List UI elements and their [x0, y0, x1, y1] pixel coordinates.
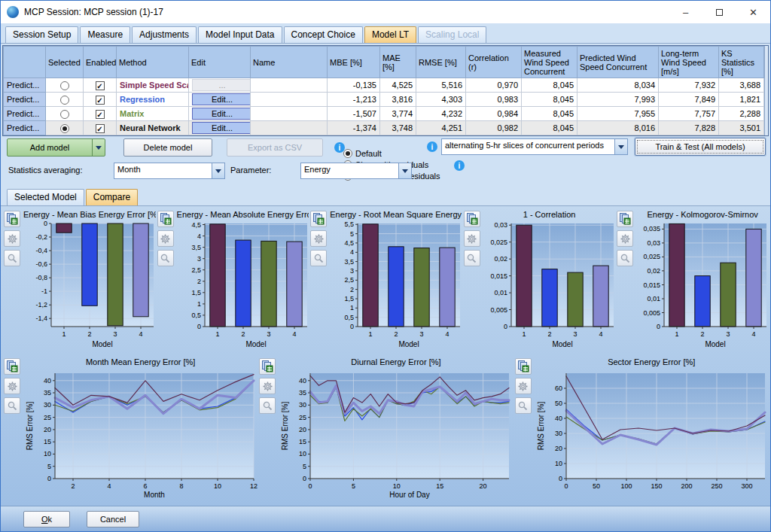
stats-averaging-label: Statistics averaging:: [8, 166, 82, 175]
svg-text:3,5: 3,5: [191, 244, 201, 251]
name-cell: [251, 121, 328, 135]
mbe-cell: -0,135: [328, 78, 380, 93]
export-chart-button[interactable]: [4, 211, 20, 227]
chart-zoom-button[interactable]: [515, 397, 532, 414]
chevron-down-icon: [398, 163, 411, 178]
chart-settings-button[interactable]: [464, 230, 480, 247]
magnifier-icon: [262, 400, 273, 412]
tab-model-input-data[interactable]: Model Input Data: [198, 26, 282, 43]
row-header-cell[interactable]: Predict...: [4, 93, 46, 107]
export-chart-button[interactable]: [259, 358, 276, 375]
tab-measure[interactable]: Measure: [80, 26, 130, 43]
minimize-button[interactable]: –: [669, 1, 702, 23]
chart-zoom-button[interactable]: [464, 250, 480, 266]
svg-text:5: 5: [350, 230, 354, 238]
enabled-checkbox[interactable]: [96, 124, 105, 133]
svg-text:Hour of Day: Hour of Day: [390, 491, 430, 499]
chart-settings-button[interactable]: [617, 230, 633, 247]
enabled-checkbox[interactable]: [96, 96, 105, 105]
chart-zoom-button[interactable]: [4, 397, 20, 414]
table-scrollbar[interactable]: [764, 46, 768, 135]
bar-chart: 00,0050,010,0150,020,0250,031234Model: [483, 220, 616, 349]
svg-text:4: 4: [107, 482, 111, 490]
chart-toolbar: [157, 209, 177, 355]
name-cell: [251, 93, 328, 107]
svg-text:60: 60: [555, 385, 562, 392]
chart-zoom-button[interactable]: [310, 250, 327, 266]
train-test-button[interactable]: Train & Test (All models): [635, 138, 766, 156]
model-select-radio[interactable]: [60, 124, 69, 133]
svg-text:10: 10: [44, 450, 51, 458]
svg-text:-1,4: -1,4: [35, 315, 47, 322]
ok-button[interactable]: Ok: [23, 511, 70, 527]
export-chart-button[interactable]: [4, 358, 20, 375]
svg-text:RMS Error [%]: RMS Error [%]: [26, 402, 34, 451]
edit-button[interactable]: Edit...: [192, 122, 251, 134]
chart-settings-button[interactable]: [4, 378, 20, 394]
method-cell: Regression: [117, 93, 189, 107]
tab-compare[interactable]: Compare: [86, 189, 138, 205]
chart-settings-button[interactable]: [259, 378, 276, 394]
col-selected: Selected: [46, 47, 84, 78]
close-button[interactable]: ✕: [736, 1, 770, 23]
parameter-dropdown[interactable]: Energy: [300, 163, 412, 179]
export-chart-button[interactable]: [464, 211, 480, 227]
chart-zoom-button[interactable]: [4, 250, 20, 266]
info-icon[interactable]: [454, 160, 465, 171]
tab-session-setup[interactable]: Session Setup: [5, 26, 78, 43]
export-chart-button[interactable]: [515, 358, 532, 375]
svg-text:-0,8: -0,8: [35, 274, 47, 281]
table-row: Predict... Regression Edit... -1,213 3,8…: [4, 93, 764, 107]
export-chart-button[interactable]: [617, 211, 633, 227]
col-method: Method: [117, 47, 189, 78]
chart-zoom-button[interactable]: [157, 250, 174, 266]
chart-zoom-button[interactable]: [617, 250, 633, 266]
svg-text:4: 4: [197, 233, 201, 240]
stats-averaging-dropdown[interactable]: Month: [114, 163, 225, 179]
chart-settings-button[interactable]: [515, 378, 532, 394]
maximize-button[interactable]: [702, 1, 736, 23]
export-chart-button[interactable]: [157, 211, 174, 227]
cancel-button[interactable]: Cancel: [87, 511, 139, 527]
col-rmse: RMSE [%]: [416, 47, 466, 78]
model-select-radio[interactable]: [60, 81, 69, 90]
delete-model-button[interactable]: Delete model: [123, 138, 212, 157]
chart-zoom-button[interactable]: [259, 397, 276, 414]
svg-text:200: 200: [681, 482, 692, 490]
rmse-cell: 4,232: [416, 107, 466, 121]
model-select-radio[interactable]: [60, 110, 69, 119]
longterm-ws-cell: 7,849: [659, 93, 719, 107]
model-select-radio[interactable]: [60, 96, 69, 105]
add-model-dropdown-arrow[interactable]: [92, 139, 105, 156]
enabled-checkbox[interactable]: [96, 81, 105, 90]
edit-button[interactable]: Edit...: [192, 93, 251, 105]
edit-button[interactable]: Edit...: [192, 108, 251, 120]
enabled-checkbox[interactable]: [96, 110, 105, 119]
export-chart-button[interactable]: [310, 211, 327, 227]
row-header-cell[interactable]: Predict...: [4, 78, 46, 93]
enabled-cell: [84, 121, 117, 135]
mcp-session-dialog: MCP Session: MCP session (1)-17 – ✕ Sess…: [0, 0, 771, 532]
chart-settings-button[interactable]: [310, 230, 327, 247]
tab-selected-model[interactable]: Selected Model: [7, 189, 84, 205]
tab-model-lt[interactable]: Model LT: [364, 26, 416, 43]
export-chart-icon: [6, 360, 18, 372]
svg-text:Model: Model: [705, 340, 726, 348]
slices-dropdown[interactable]: alternating 5-hr slices of concurrent pe…: [441, 138, 628, 155]
row-header-cell[interactable]: Predict...: [4, 121, 46, 135]
radio-default[interactable]: Default: [343, 149, 382, 158]
svg-text:0,015: 0,015: [490, 272, 507, 280]
row-header-cell[interactable]: Predict...: [4, 107, 46, 121]
add-model-button[interactable]: Add model: [7, 138, 105, 157]
chart-settings-button[interactable]: [4, 230, 20, 247]
svg-text:0,025: 0,025: [490, 239, 507, 246]
default-radio[interactable]: [343, 149, 352, 158]
svg-text:5: 5: [47, 463, 51, 470]
chart-settings-button[interactable]: [157, 230, 174, 247]
line-chart: 051015202530354005101520Hour of DayRMS E…: [279, 367, 513, 500]
col-enabled: Enabled: [84, 47, 117, 78]
tab-adjustments[interactable]: Adjustments: [132, 26, 197, 43]
gear-icon: [262, 381, 273, 392]
tab-concept-choice[interactable]: Concept Choice: [284, 26, 363, 43]
info-icon[interactable]: [427, 141, 437, 152]
